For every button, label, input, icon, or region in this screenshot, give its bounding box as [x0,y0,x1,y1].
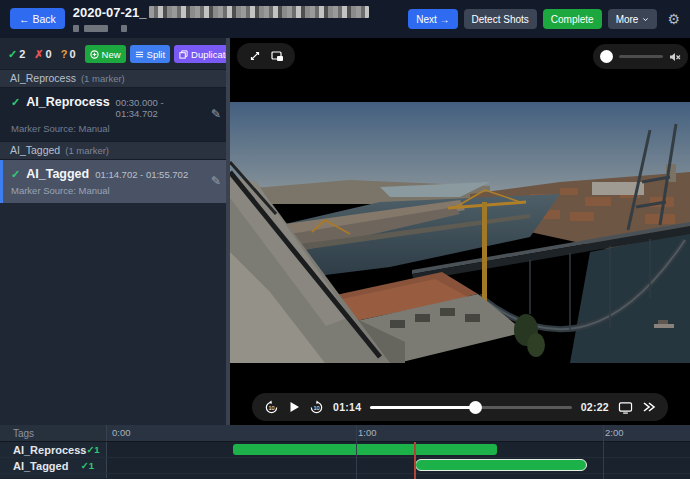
duration: 02:22 [581,401,609,413]
page-title: 2020-07-21_ [73,5,147,20]
current-time: 01:14 [333,401,361,413]
title-badges [73,24,369,32]
skip-forward-10-icon[interactable]: 10 [309,400,324,415]
redacted-badge [73,25,79,32]
svg-text:10: 10 [268,404,274,410]
video-player: 10 10 01:14 02:22 [230,38,690,425]
marker-name: AI_Reprocess [26,95,109,109]
markers-sidebar: ✓ 2 ✗ 0 ? 0 New Split Duplicate [0,38,230,425]
annotation-app: ← Back 2020-07-21_ Next → Detect Shots C… [0,0,690,479]
title-block: 2020-07-21_ [73,4,369,32]
tick-label: 1:00 [358,427,377,438]
marker-card-ai-tagged[interactable]: ✓ AI_Tagged 01:14.702 - 01:55.702 Marker… [0,160,230,203]
skip-back-10-icon[interactable]: 10 [264,400,279,415]
split-marker-button[interactable]: Split [130,45,170,63]
timeline-empty-row [0,474,690,478]
detect-shots-button[interactable]: Detect Shots [464,9,537,29]
timeline-header: Tags 0:00 1:00 2:00 [0,425,690,442]
copy-icon [179,50,188,59]
picture-in-picture-icon[interactable] [271,50,284,62]
redacted-badge [84,25,108,32]
tick-label: 2:00 [605,427,624,438]
timeline-row-ai-tagged: AI_Tagged ✓1 [0,458,690,474]
video-frame[interactable] [230,102,690,363]
volume-control-pill [593,44,688,69]
seek-bar[interactable] [370,401,571,414]
chevron-down-icon [642,16,649,23]
tags-timeline: Tags 0:00 1:00 2:00 AI_Reprocess ✓1 AI_T… [0,425,690,479]
timeline-row-ai-reprocess: AI_Reprocess ✓1 [0,442,690,458]
check-icon: ✓ [11,168,20,181]
check-icon: ✓ [11,96,20,109]
unsure-counter: ? 0 [61,48,76,60]
marker-name: AI_Tagged [26,167,89,181]
player-control-bar: 10 10 01:14 02:22 [252,393,668,421]
marker-time-range: 01:14.702 - 01:55.702 [95,169,188,180]
marker-time-range: 00:30.000 - 01:34.702 [116,97,204,119]
marker-source: Marker Source: Manual [11,185,204,196]
tags-header-cell: Tags [0,425,107,441]
top-bar: ← Back 2020-07-21_ Next → Detect Shots C… [0,0,690,38]
view-controls-pill [237,43,295,69]
edit-pencil-icon[interactable]: ✎ [211,174,221,188]
cross-icon: ✗ [34,48,43,61]
question-icon: ? [61,48,68,60]
markers-toolbar: ✓ 2 ✗ 0 ? 0 New Split Duplicate [0,38,230,69]
settings-gear-icon[interactable]: ⚙ [667,9,680,29]
redacted-badge [121,25,127,32]
group-header-ai-tagged: AI_Tagged(1 marker) [0,141,230,160]
next-button[interactable]: Next → [408,9,457,29]
expand-icon[interactable] [249,50,261,62]
complete-button[interactable]: Complete [543,9,602,29]
rejected-counter: ✗ 0 [34,48,51,61]
edit-pencil-icon[interactable]: ✎ [211,107,221,121]
seek-knob[interactable] [469,401,482,414]
row-marker-count: ✓1 [86,444,99,455]
play-button-icon[interactable] [288,401,300,413]
volume-muted-icon[interactable] [669,51,681,63]
double-chevron-right-icon[interactable] [642,401,656,413]
svg-text:10: 10 [313,404,319,410]
marker-bar-ai-tagged[interactable] [415,459,587,471]
marker-card-ai-reprocess[interactable]: ✓ AI_Reprocess 00:30.000 - 01:34.702 Mar… [0,88,230,141]
marker-source: Marker Source: Manual [11,123,204,134]
topbar-actions: Next → Detect Shots Complete More ⚙ [408,0,690,29]
new-marker-button[interactable]: New [85,45,126,63]
volume-slider-track[interactable] [619,55,663,58]
row-label: AI_Tagged [13,460,68,472]
volume-slider-knob[interactable] [600,50,613,63]
marker-bar-ai-reprocess[interactable] [233,444,497,455]
split-lines-icon [135,50,144,59]
check-icon: ✓ [8,48,17,61]
more-button[interactable]: More [608,9,658,29]
cast-display-icon[interactable] [618,401,633,414]
row-label: AI_Reprocess [13,444,86,456]
tick-label: 0:00 [112,427,131,438]
seek-fill [370,406,475,409]
group-header-ai-reprocess: AI_Reprocess(1 marker) [0,69,230,88]
redacted-title-text [149,6,369,18]
back-button[interactable]: ← Back [10,8,65,29]
approved-counter: ✓ 2 [8,48,25,61]
timeline-ruler[interactable]: 0:00 1:00 2:00 [107,425,690,441]
row-marker-count: ✓1 [81,460,94,471]
plus-circle-icon [90,50,99,59]
